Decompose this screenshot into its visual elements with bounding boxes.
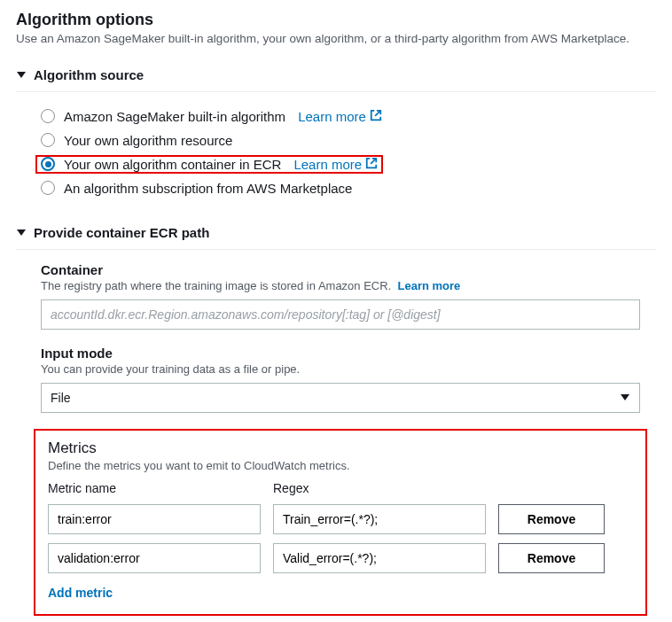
divider: [16, 249, 656, 250]
page-subtitle: Use an Amazon SageMaker built-in algorit…: [16, 31, 656, 48]
container-desc-text: The registry path where the training ima…: [41, 279, 391, 292]
input-mode-desc: You can provide your training data as a …: [41, 362, 656, 376]
svg-marker-0: [17, 72, 26, 78]
metrics-desc: Define the metrics you want to emit to C…: [48, 459, 633, 472]
svg-marker-1: [17, 229, 26, 236]
algorithm-source-radios: Amazon SageMaker built-in algorithm Lear…: [41, 105, 656, 200]
ecr-path-header[interactable]: Provide container ECR path: [16, 216, 656, 249]
col-regex: Regex: [273, 481, 486, 495]
learn-more-link[interactable]: Learn more: [397, 279, 460, 292]
container-desc: The registry path where the training ima…: [41, 279, 656, 292]
input-mode-label: Input mode: [41, 346, 656, 361]
add-metric-button[interactable]: Add metric: [48, 586, 113, 600]
caret-down-icon: [16, 67, 27, 82]
svg-marker-2: [621, 394, 629, 400]
input-mode-select[interactable]: File: [41, 383, 640, 413]
radio-icon: [41, 133, 55, 147]
external-link-icon: [370, 109, 382, 124]
metrics-title: Metrics: [48, 439, 633, 457]
container-path-input[interactable]: [41, 299, 640, 330]
radio-icon: [41, 181, 55, 195]
radio-own-container-ecr[interactable]: Your own algorithm container in ECR Lear…: [41, 152, 656, 176]
ecr-path-title: Provide container ECR path: [34, 225, 209, 240]
container-label: Container: [41, 262, 656, 277]
learn-more-text: Learn more: [293, 157, 362, 172]
metric-regex-input[interactable]: [273, 543, 486, 573]
highlight-box: Your own algorithm container in ECR Lear…: [35, 155, 383, 174]
radio-label: Your own algorithm resource: [64, 133, 232, 148]
learn-more-link[interactable]: Learn more: [298, 109, 382, 124]
external-link-icon: [365, 157, 378, 172]
radio-label: Your own algorithm container in ECR: [64, 157, 281, 172]
radio-icon: [41, 109, 55, 123]
remove-button[interactable]: Remove: [498, 504, 605, 534]
divider: [16, 91, 656, 92]
page-title: Algorithm options: [16, 11, 656, 29]
input-mode-value: File: [51, 391, 71, 405]
col-metric-name: Metric name: [48, 481, 261, 495]
container-field: Container The registry path where the tr…: [41, 262, 656, 330]
radio-marketplace[interactable]: An algorithm subscription from AWS Marke…: [41, 176, 656, 200]
learn-more-text: Learn more: [298, 109, 366, 124]
radio-label: An algorithm subscription from AWS Marke…: [64, 181, 352, 196]
algorithm-source-header[interactable]: Algorithm source: [16, 58, 656, 91]
algorithm-source-title: Algorithm source: [34, 67, 144, 82]
radio-label: Amazon SageMaker built-in algorithm: [64, 109, 285, 124]
radio-icon-selected: [41, 157, 55, 171]
metric-regex-input[interactable]: [273, 504, 486, 534]
metric-name-input[interactable]: [48, 504, 261, 534]
radio-builtin[interactable]: Amazon SageMaker built-in algorithm Lear…: [41, 105, 656, 128]
learn-more-link[interactable]: Learn more: [293, 157, 378, 172]
remove-button[interactable]: Remove: [498, 543, 605, 573]
input-mode-field: Input mode You can provide your training…: [41, 346, 656, 413]
metrics-section: Metrics Define the metrics you want to e…: [34, 429, 647, 616]
metrics-grid: Metric name Regex Remove Remove: [48, 481, 633, 573]
caret-down-icon: [16, 225, 27, 240]
metric-name-input[interactable]: [48, 543, 261, 573]
caret-down-icon: [620, 391, 630, 405]
radio-own-resource[interactable]: Your own algorithm resource: [41, 128, 656, 152]
